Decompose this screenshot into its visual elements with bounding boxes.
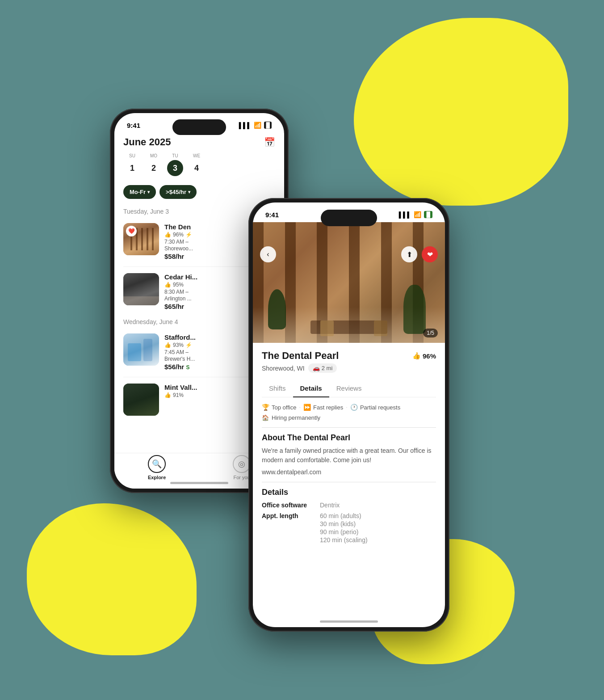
thumbs-up-icon-4: 👍 — [164, 392, 171, 398]
rating-pct-2: 95% — [173, 282, 184, 288]
office-location-row: Shorewood, WI 🚗 2 mi — [262, 363, 436, 373]
phone-1-dynamic-island — [172, 119, 226, 135]
filter-mofr-label: Mo-Fr — [130, 189, 146, 195]
day-label-mo: MO — [150, 153, 157, 158]
signal-icon: ▌▌▌ — [239, 122, 252, 129]
detail-tabs: Shifts Details Reviews — [262, 380, 436, 397]
feature-fast-replies: ⏩ Fast replies — [303, 404, 343, 411]
nav-for-you-label: For you — [233, 475, 250, 480]
share-button[interactable]: ⬆ — [401, 246, 417, 262]
phone-1-month-row: June 2025 📅 — [123, 136, 275, 148]
phone-2-dynamic-island — [321, 210, 377, 226]
image-counter: 1/5 — [423, 329, 438, 337]
appt-adults: 60 min (adults) — [320, 512, 368, 519]
detail-value-software: Dentrix — [320, 502, 340, 509]
phone-1-header: June 2025 📅 SU 1 MO 2 Tu 3 — [114, 133, 284, 181]
day-num-we: 4 — [189, 160, 205, 176]
feature-partial-requests-label: Partial requests — [360, 404, 400, 411]
distance-value: 2 mi — [322, 365, 333, 371]
tab-details[interactable]: Details — [293, 380, 329, 397]
tab-shifts[interactable]: Shifts — [262, 380, 293, 397]
phone-2-home-indicator — [320, 620, 378, 623]
day-item-tu[interactable]: Tu 3 — [166, 153, 184, 176]
appt-kids: 30 min (kids) — [320, 520, 368, 527]
wifi-icon-2: 📶 — [414, 211, 421, 218]
heart-badge[interactable]: ❤️ — [126, 226, 137, 236]
thumbs-up-icon-3: 👍 — [164, 342, 171, 348]
chevron-down-icon-2: ▾ — [188, 190, 190, 194]
day-label-we: WE — [193, 153, 200, 158]
signal-icon-2: ▌▌▌ — [399, 211, 411, 218]
day-num-mo: 2 — [146, 160, 162, 176]
tab-reviews[interactable]: Reviews — [329, 380, 369, 397]
listing-thumb-stafford — [123, 333, 159, 366]
office-features: 🏆 Top office · ⏩ Fast replies · 🕐 Partia… — [262, 404, 436, 411]
lightning-icon: ⚡ — [185, 232, 192, 238]
nav-action-buttons: ⬆ ❤ — [401, 246, 438, 262]
fast-forward-icon: ⏩ — [303, 404, 311, 411]
feature-top-office: 🏆 Top office — [262, 404, 296, 411]
feature-top-office-label: Top office — [272, 404, 296, 411]
listing-thumb-the-den: ❤️ — [123, 223, 159, 255]
clock-icon: 🕐 — [350, 404, 358, 411]
phone-2-time: 9:41 — [265, 211, 279, 219]
phone-2-hero-image: ‹ ⬆ ❤ 1/5 — [253, 222, 445, 343]
nav-explore-label: Explore — [148, 475, 166, 480]
about-title: About The Dental Pearl — [262, 433, 436, 443]
thumbs-up-icon: 👍 — [164, 232, 171, 238]
day-num-tu: 3 — [167, 160, 183, 176]
for-you-icon: ◎ — [238, 459, 245, 469]
day-item-su[interactable]: SU 1 — [123, 153, 141, 176]
appt-scaling: 120 min (scaling) — [320, 536, 368, 544]
filter-mofr[interactable]: Mo-Fr ▾ — [123, 185, 156, 199]
filter-price-label: >$45/hr — [166, 189, 186, 195]
hiring-row: 🏠 Hiring permanently — [262, 414, 436, 421]
about-text: We're a family owned practice with a gre… — [262, 446, 436, 465]
phone-2: 9:41 ▌▌▌ 📶 █ — [248, 198, 449, 632]
thumbs-up-icon-5: 👍 — [412, 352, 421, 360]
office-rating: 👍 96% — [412, 352, 436, 360]
day-item-we[interactable]: WE 4 — [188, 153, 206, 176]
office-name: The Dental Pearl — [262, 350, 339, 362]
office-location: Shorewood, WI — [262, 365, 305, 372]
wifi-icon: 📶 — [254, 122, 261, 129]
detail-label-software: Office software — [262, 502, 320, 509]
office-title-row: The Dental Pearl 👍 96% — [262, 350, 436, 362]
car-icon: 🚗 — [313, 365, 320, 371]
phone-2-nav-overlay: ‹ ⬆ ❤ — [253, 222, 445, 262]
rating-pct: 96% — [173, 232, 184, 238]
about-website[interactable]: www.dentalpearl.com — [262, 468, 436, 476]
hiring-label: Hiring permanently — [272, 414, 320, 421]
phone-1-filters: Mo-Fr ▾ >$45/hr ▾ — [114, 181, 284, 204]
phone-1-home-indicator — [170, 482, 228, 484]
details-title: Details — [262, 488, 436, 497]
filter-price[interactable]: >$45/hr ▾ — [159, 185, 197, 199]
briefcase-icon: 🏠 — [262, 414, 269, 421]
listing-thumb-cedar-hi — [123, 273, 159, 305]
phone-1-status-icons: ▌▌▌ 📶 █ — [239, 122, 272, 129]
divider-details — [262, 482, 436, 482]
battery-icon-2: █ — [424, 211, 432, 218]
back-button[interactable]: ‹ — [260, 246, 276, 262]
detail-row-appt-length: Appt. length 60 min (adults) 30 min (kid… — [262, 512, 436, 544]
feature-sep-1: · — [299, 404, 301, 411]
divider-about — [262, 427, 436, 428]
explore-icon: 🔍 — [152, 459, 162, 469]
share-icon: ⬆ — [407, 250, 412, 259]
phone-1-month-label: June 2025 — [123, 136, 171, 148]
day-label-su: SU — [129, 153, 135, 158]
detail-value-appt: 60 min (adults) 30 min (kids) 90 min (pe… — [320, 512, 368, 544]
day-item-mo[interactable]: MO 2 — [145, 153, 163, 176]
detail-label-appt: Appt. length — [262, 512, 320, 544]
nav-explore[interactable]: 🔍 Explore — [148, 455, 166, 480]
distance-badge: 🚗 2 mi — [308, 363, 337, 373]
phone-1-days: SU 1 MO 2 Tu 3 WE 4 — [123, 153, 275, 176]
feature-fast-replies-label: Fast replies — [313, 404, 343, 411]
favorite-button[interactable]: ❤ — [422, 246, 438, 262]
calendar-icon[interactable]: 📅 — [264, 137, 275, 148]
detail-row-software: Office software Dentrix — [262, 502, 436, 509]
phone-2-screen: 9:41 ▌▌▌ 📶 █ — [253, 202, 445, 627]
phone-2-status-icons: ▌▌▌ 📶 █ — [399, 211, 432, 218]
phones-container: 9:41 ▌▌▌ 📶 █ June 2025 📅 SU 1 — [96, 37, 508, 663]
feature-sep-2: · — [346, 404, 348, 411]
